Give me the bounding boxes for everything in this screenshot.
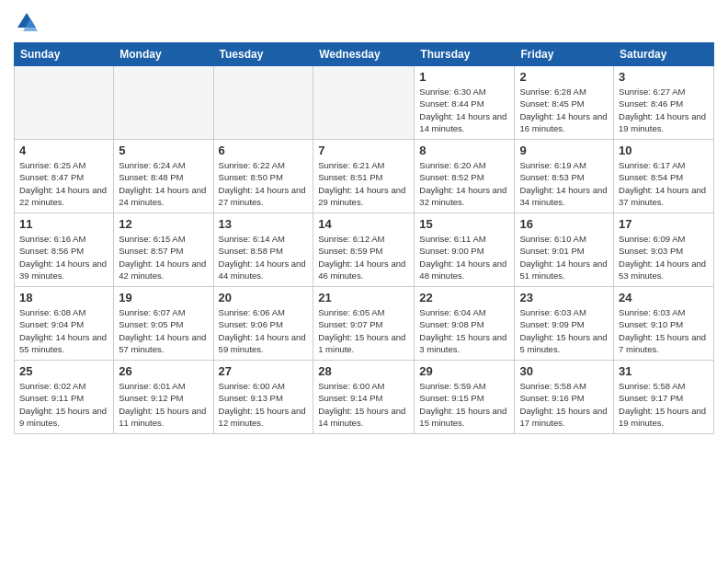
week-row-2: 4Sunrise: 6:25 AM Sunset: 8:47 PM Daylig… (15, 140, 714, 213)
day-number: 1 (419, 70, 509, 84)
day-cell: 24Sunrise: 6:03 AM Sunset: 9:10 PM Dayli… (614, 287, 714, 361)
day-cell: 26Sunrise: 6:01 AM Sunset: 9:12 PM Dayli… (114, 361, 213, 434)
day-number: 9 (519, 144, 609, 157)
day-info: Sunrise: 6:05 AM Sunset: 9:07 PM Dayligh… (318, 306, 409, 355)
day-info: Sunrise: 6:19 AM Sunset: 8:53 PM Dayligh… (519, 159, 609, 208)
day-number: 23 (519, 291, 609, 304)
day-cell: 20Sunrise: 6:06 AM Sunset: 9:06 PM Dayli… (213, 287, 313, 361)
day-cell: 28Sunrise: 6:00 AM Sunset: 9:14 PM Dayli… (313, 361, 415, 434)
day-cell (313, 66, 415, 140)
day-info: Sunrise: 6:22 AM Sunset: 8:50 PM Dayligh… (219, 159, 309, 208)
day-cell: 27Sunrise: 6:00 AM Sunset: 9:13 PM Dayli… (213, 361, 313, 434)
day-number: 11 (19, 217, 108, 231)
col-header-sunday: Sunday (15, 43, 114, 66)
week-row-5: 25Sunrise: 6:02 AM Sunset: 9:11 PM Dayli… (15, 361, 714, 434)
col-header-wednesday: Wednesday (313, 43, 415, 66)
header-row: SundayMondayTuesdayWednesdayThursdayFrid… (15, 43, 714, 66)
day-cell: 5Sunrise: 6:24 AM Sunset: 8:48 PM Daylig… (114, 140, 213, 213)
day-info: Sunrise: 6:28 AM Sunset: 8:45 PM Dayligh… (519, 86, 609, 134)
day-info: Sunrise: 6:17 AM Sunset: 8:54 PM Dayligh… (619, 159, 709, 208)
col-header-saturday: Saturday (614, 43, 714, 66)
day-cell: 1Sunrise: 6:30 AM Sunset: 8:44 PM Daylig… (415, 66, 515, 140)
day-number: 12 (119, 217, 208, 231)
day-number: 16 (519, 217, 609, 231)
day-info: Sunrise: 5:58 AM Sunset: 9:16 PM Dayligh… (519, 380, 609, 429)
day-number: 27 (219, 364, 309, 378)
day-info: Sunrise: 6:30 AM Sunset: 8:44 PM Dayligh… (419, 86, 509, 134)
day-info: Sunrise: 6:15 AM Sunset: 8:57 PM Dayligh… (119, 233, 208, 282)
day-number: 17 (619, 217, 709, 231)
day-number: 20 (219, 291, 309, 304)
day-cell (114, 66, 213, 140)
day-info: Sunrise: 6:04 AM Sunset: 9:08 PM Dayligh… (419, 306, 509, 355)
day-cell: 12Sunrise: 6:15 AM Sunset: 8:57 PM Dayli… (114, 213, 213, 287)
day-cell: 15Sunrise: 6:11 AM Sunset: 9:00 PM Dayli… (415, 213, 515, 287)
day-number: 6 (219, 144, 309, 157)
day-cell: 10Sunrise: 6:17 AM Sunset: 8:54 PM Dayli… (614, 140, 714, 213)
day-cell: 19Sunrise: 6:07 AM Sunset: 9:05 PM Dayli… (114, 287, 213, 361)
day-cell: 7Sunrise: 6:21 AM Sunset: 8:51 PM Daylig… (313, 140, 415, 213)
day-number: 7 (318, 144, 409, 157)
day-cell (213, 66, 313, 140)
day-number: 8 (419, 144, 509, 157)
day-cell: 25Sunrise: 6:02 AM Sunset: 9:11 PM Dayli… (15, 361, 114, 434)
day-number: 21 (318, 291, 409, 304)
day-cell: 29Sunrise: 5:59 AM Sunset: 9:15 PM Dayli… (415, 361, 515, 434)
day-number: 29 (419, 364, 509, 378)
header (14, 9, 714, 35)
day-cell: 18Sunrise: 6:08 AM Sunset: 9:04 PM Dayli… (15, 287, 114, 361)
day-info: Sunrise: 6:00 AM Sunset: 9:14 PM Dayligh… (318, 380, 409, 429)
day-cell: 6Sunrise: 6:22 AM Sunset: 8:50 PM Daylig… (213, 140, 313, 213)
day-cell: 21Sunrise: 6:05 AM Sunset: 9:07 PM Dayli… (313, 287, 415, 361)
day-number: 24 (619, 291, 709, 304)
day-cell: 8Sunrise: 6:20 AM Sunset: 8:52 PM Daylig… (415, 140, 515, 213)
col-header-tuesday: Tuesday (213, 43, 313, 66)
day-info: Sunrise: 6:09 AM Sunset: 9:03 PM Dayligh… (619, 233, 709, 282)
day-cell: 31Sunrise: 5:58 AM Sunset: 9:17 PM Dayli… (614, 361, 714, 434)
day-info: Sunrise: 6:03 AM Sunset: 9:09 PM Dayligh… (519, 306, 609, 355)
day-cell (15, 66, 114, 140)
day-number: 10 (619, 144, 709, 157)
day-number: 31 (619, 364, 709, 378)
day-info: Sunrise: 6:27 AM Sunset: 8:46 PM Dayligh… (619, 86, 709, 134)
day-info: Sunrise: 6:25 AM Sunset: 8:47 PM Dayligh… (19, 159, 108, 208)
day-info: Sunrise: 6:08 AM Sunset: 9:04 PM Dayligh… (19, 306, 108, 355)
day-cell: 30Sunrise: 5:58 AM Sunset: 9:16 PM Dayli… (515, 361, 614, 434)
day-info: Sunrise: 6:00 AM Sunset: 9:13 PM Dayligh… (219, 380, 309, 429)
day-info: Sunrise: 6:10 AM Sunset: 9:01 PM Dayligh… (519, 233, 609, 282)
day-number: 15 (419, 217, 509, 231)
day-info: Sunrise: 6:03 AM Sunset: 9:10 PM Dayligh… (619, 306, 709, 355)
day-info: Sunrise: 6:14 AM Sunset: 8:58 PM Dayligh… (219, 233, 309, 282)
day-cell: 17Sunrise: 6:09 AM Sunset: 9:03 PM Dayli… (614, 213, 714, 287)
day-info: Sunrise: 6:16 AM Sunset: 8:56 PM Dayligh… (19, 233, 108, 282)
col-header-friday: Friday (515, 43, 614, 66)
week-row-3: 11Sunrise: 6:16 AM Sunset: 8:56 PM Dayli… (15, 213, 714, 287)
day-info: Sunrise: 6:01 AM Sunset: 9:12 PM Dayligh… (119, 380, 208, 429)
day-number: 13 (219, 217, 309, 231)
day-cell: 16Sunrise: 6:10 AM Sunset: 9:01 PM Dayli… (515, 213, 614, 287)
day-cell: 2Sunrise: 6:28 AM Sunset: 8:45 PM Daylig… (515, 66, 614, 140)
day-cell: 11Sunrise: 6:16 AM Sunset: 8:56 PM Dayli… (15, 213, 114, 287)
day-number: 5 (119, 144, 208, 157)
day-cell: 23Sunrise: 6:03 AM Sunset: 9:09 PM Dayli… (515, 287, 614, 361)
week-row-1: 1Sunrise: 6:30 AM Sunset: 8:44 PM Daylig… (15, 66, 714, 140)
day-info: Sunrise: 6:21 AM Sunset: 8:51 PM Dayligh… (318, 159, 409, 208)
day-info: Sunrise: 5:58 AM Sunset: 9:17 PM Dayligh… (619, 380, 709, 429)
day-info: Sunrise: 6:24 AM Sunset: 8:48 PM Dayligh… (119, 159, 208, 208)
col-header-monday: Monday (114, 43, 213, 66)
day-number: 26 (119, 364, 208, 378)
day-number: 4 (19, 144, 108, 157)
day-number: 30 (519, 364, 609, 378)
day-info: Sunrise: 6:11 AM Sunset: 9:00 PM Dayligh… (419, 233, 509, 282)
week-row-4: 18Sunrise: 6:08 AM Sunset: 9:04 PM Dayli… (15, 287, 714, 361)
col-header-thursday: Thursday (415, 43, 515, 66)
day-info: Sunrise: 6:07 AM Sunset: 9:05 PM Dayligh… (119, 306, 208, 355)
day-number: 14 (318, 217, 409, 231)
day-info: Sunrise: 6:12 AM Sunset: 8:59 PM Dayligh… (318, 233, 409, 282)
day-number: 18 (19, 291, 108, 304)
day-number: 3 (619, 70, 709, 84)
page: SundayMondayTuesdayWednesdayThursdayFrid… (0, 0, 728, 563)
logo-icon (14, 9, 40, 35)
logo (14, 9, 43, 35)
day-number: 22 (419, 291, 509, 304)
